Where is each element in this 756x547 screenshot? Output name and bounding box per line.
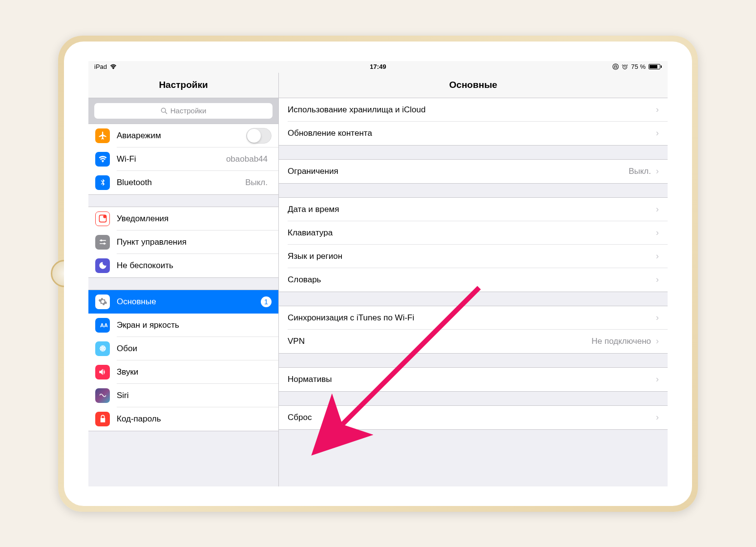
value: Выкл.: [629, 167, 651, 176]
chevron-right-icon: ›: [656, 274, 659, 285]
content-group: Дата и время › Клавиатура › Язык и регио…: [279, 197, 668, 292]
content-title: Основные: [279, 73, 668, 98]
siri-icon: [95, 388, 110, 403]
wifi-value: obaobab44: [226, 154, 268, 164]
bluetooth-icon: [95, 175, 110, 190]
sidebar-item-passcode[interactable]: Код-пароль: [88, 407, 278, 431]
content-group: Синхронизация с iTunes по Wi-Fi › VPN Не…: [279, 306, 668, 354]
orientation-lock-icon: [612, 63, 619, 70]
label: Обновление контента: [288, 128, 656, 138]
notification-badge: 1: [261, 296, 272, 307]
device-label: iPad: [94, 63, 107, 70]
wifi-icon: [110, 64, 117, 69]
sidebar-item-display[interactable]: AA Экран и яркость: [88, 314, 278, 337]
row-itunes-wifi[interactable]: Синхронизация с iTunes по Wi-Fi ›: [279, 306, 668, 330]
content-pane: Основные Использование хранилища и iClou…: [279, 73, 668, 486]
value: Не подключено: [591, 337, 651, 346]
chevron-right-icon: ›: [656, 412, 659, 422]
label: Ограничения: [288, 167, 629, 176]
sidebar-group: Уведомления Пункт управления Не беспокои…: [88, 207, 278, 278]
label: Словарь: [288, 275, 656, 285]
label: Авиарежим: [117, 131, 246, 141]
label: Экран и яркость: [117, 320, 272, 330]
svg-point-6: [103, 243, 105, 245]
sidebar-item-general[interactable]: Основные 1: [88, 290, 278, 314]
label: Звуки: [117, 367, 272, 377]
content-group: Сброс ›: [279, 405, 668, 430]
label: Синхронизация с iTunes по Wi-Fi: [288, 313, 656, 323]
search-input[interactable]: Настройки: [94, 103, 273, 119]
chevron-right-icon: ›: [656, 166, 659, 176]
label: Уведомления: [117, 214, 272, 224]
label: Сброс: [288, 413, 656, 422]
sidebar-item-airplane[interactable]: Авиарежим: [88, 124, 278, 147]
status-right: 75 %: [473, 63, 662, 70]
label: Пункт управления: [117, 237, 272, 247]
content-group: Нормативы ›: [279, 367, 668, 392]
sidebar-item-siri[interactable]: Siri: [88, 384, 278, 407]
label: Wi-Fi: [117, 154, 226, 164]
ipad-frame: iPad 17:49 75 % Настройки: [58, 36, 698, 512]
sidebar: Настройки Настройки Авиарежим: [88, 73, 279, 486]
alarm-icon: [622, 63, 628, 70]
chevron-right-icon: ›: [656, 128, 659, 138]
airplane-toggle[interactable]: [246, 128, 272, 144]
row-regulatory[interactable]: Нормативы ›: [279, 368, 668, 391]
sounds-icon: [95, 365, 110, 379]
row-language[interactable]: Язык и регион ›: [279, 245, 668, 268]
svg-point-2: [161, 108, 166, 112]
row-reset[interactable]: Сброс ›: [279, 406, 668, 429]
row-storage[interactable]: Использование хранилища и iCloud ›: [279, 98, 668, 122]
chevron-right-icon: ›: [656, 251, 659, 261]
search-placeholder: Настройки: [170, 106, 207, 115]
content-group: Использование хранилища и iCloud › Обнов…: [279, 98, 668, 146]
chevron-right-icon: ›: [656, 105, 659, 115]
chevron-right-icon: ›: [656, 204, 659, 214]
control-center-icon: [95, 235, 110, 250]
svg-point-5: [100, 239, 102, 241]
row-keyboard[interactable]: Клавиатура ›: [279, 221, 668, 245]
battery-percent: 75 %: [631, 63, 646, 70]
sidebar-item-dnd[interactable]: Не беспокоить: [88, 254, 278, 277]
chevron-right-icon: ›: [656, 336, 659, 346]
label: Не беспокоить: [117, 261, 272, 271]
battery-icon: [649, 64, 662, 69]
label: VPN: [288, 337, 591, 346]
sidebar-group: Основные 1 AA Экран и яркость Обои: [88, 290, 278, 431]
row-dictionary[interactable]: Словарь ›: [279, 268, 668, 292]
label: Дата и время: [288, 205, 656, 214]
sidebar-title: Настройки: [88, 73, 278, 98]
sidebar-item-notifications[interactable]: Уведомления: [88, 207, 278, 231]
sidebar-item-wifi[interactable]: Wi-Fi obaobab44: [88, 147, 278, 171]
svg-text:AA: AA: [100, 322, 107, 328]
chevron-right-icon: ›: [656, 228, 659, 238]
status-left: iPad: [94, 63, 283, 70]
sidebar-group: Авиарежим Wi-Fi obaobab44 Bluet: [88, 124, 278, 195]
svg-point-9: [102, 348, 103, 349]
chevron-right-icon: ›: [656, 374, 659, 384]
gear-icon: [95, 295, 110, 309]
label: Нормативы: [288, 375, 656, 384]
row-restrictions[interactable]: Ограничения Выкл. ›: [279, 160, 668, 183]
spacer: [279, 430, 668, 443]
wallpaper-icon: [95, 341, 110, 356]
airplane-icon: [95, 128, 110, 143]
label: Обои: [117, 344, 272, 354]
sidebar-item-wallpaper[interactable]: Обои: [88, 337, 278, 360]
sidebar-item-sounds[interactable]: Звуки: [88, 360, 278, 384]
chevron-right-icon: ›: [656, 313, 659, 323]
svg-point-4: [103, 215, 106, 218]
row-bg-refresh[interactable]: Обновление контента ›: [279, 122, 668, 145]
content-group: Ограничения Выкл. ›: [279, 159, 668, 184]
label: Язык и регион: [288, 252, 656, 261]
dnd-icon: [95, 258, 110, 273]
row-datetime[interactable]: Дата и время ›: [279, 198, 668, 221]
label: Основные: [117, 297, 261, 307]
notifications-icon: [95, 211, 110, 226]
row-vpn[interactable]: VPN Не подключено ›: [279, 330, 668, 353]
sidebar-item-control-center[interactable]: Пункт управления: [88, 231, 278, 254]
search-icon: [161, 107, 168, 114]
lock-icon: [95, 412, 110, 426]
screen: iPad 17:49 75 % Настройки: [88, 61, 668, 486]
sidebar-item-bluetooth[interactable]: Bluetooth Выкл.: [88, 171, 278, 194]
